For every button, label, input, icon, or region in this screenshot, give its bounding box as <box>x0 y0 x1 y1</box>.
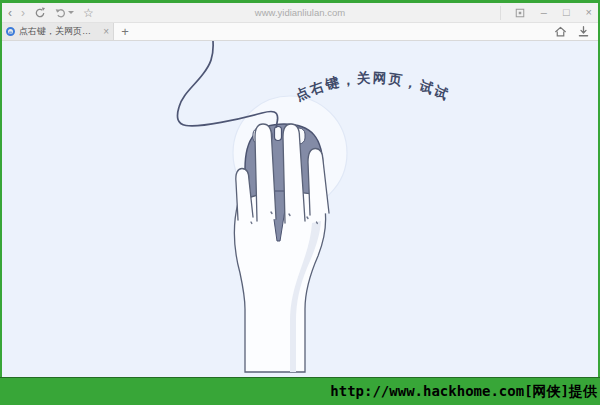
back-icon[interactable]: ‹ <box>8 7 12 19</box>
home-icon[interactable] <box>554 25 567 38</box>
browser-toolbar: ‹ › ☆ www.yidianliulan.com <box>2 3 598 23</box>
window-controls: – □ × <box>500 6 592 20</box>
close-button[interactable]: × <box>586 7 592 18</box>
download-icon[interactable] <box>577 25 590 38</box>
active-tab[interactable]: e 点右键，关网页，试试看 × <box>2 23 114 40</box>
tab-bar: e 点右键，关网页，试试看 × + <box>2 23 598 41</box>
maximize-button[interactable]: □ <box>563 7 570 18</box>
nav-group: ‹ › ☆ <box>8 7 94 19</box>
tab-favicon: e <box>6 27 15 36</box>
watermark-text: http://www.hackhome.com[网侠]提供 <box>330 383 600 401</box>
forward-icon[interactable]: › <box>21 7 25 19</box>
mouse-scroll-wheel <box>275 127 282 141</box>
tab-title: 点右键，关网页，试试看 <box>19 25 99 38</box>
new-tab-button[interactable]: + <box>114 23 136 40</box>
app-box-icon[interactable] <box>515 8 525 18</box>
undo-dropdown-caret[interactable] <box>68 11 74 14</box>
undo-icon[interactable] <box>55 7 74 19</box>
hand-mouse-illustration: 点右键，关网页，试试看 <box>2 41 598 377</box>
tab-close-icon[interactable]: × <box>103 26 109 37</box>
star-icon[interactable]: ☆ <box>83 7 94 19</box>
minimize-button[interactable]: – <box>541 7 547 18</box>
refresh-icon[interactable] <box>34 7 46 19</box>
screenshot-frame: ‹ › ☆ www.yidianliulan.com <box>0 0 600 405</box>
page-content: 点右键，关网页，试试看 <box>2 41 598 377</box>
browser-window: ‹ › ☆ www.yidianliulan.com <box>2 3 598 377</box>
watermark-bar: http://www.hackhome.com[网侠]提供 <box>0 377 600 405</box>
tabbar-side-icons <box>554 23 598 40</box>
